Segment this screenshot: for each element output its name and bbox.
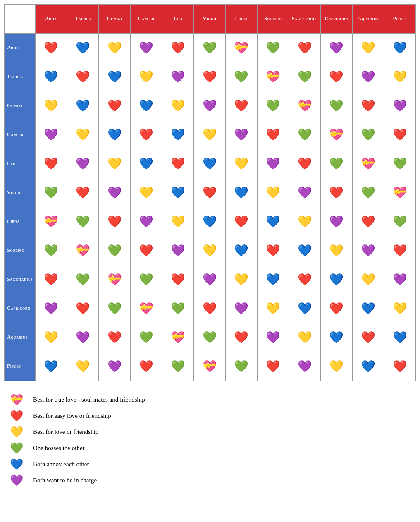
column-header-gemini: Gemini	[99, 5, 131, 34]
cell-0-10: 💛	[352, 34, 384, 62]
cell-9-0: 💜	[36, 294, 67, 323]
cell-11-9: 💛	[320, 352, 352, 381]
cell-8-5: 💜	[194, 265, 226, 294]
cell-9-1: ❤️	[67, 294, 99, 323]
cell-8-2: 💝	[99, 265, 131, 294]
legend-text-1: Best for easy love or friendship	[33, 412, 111, 419]
cell-1-3: 💛	[130, 62, 162, 91]
cell-1-9: ❤️	[320, 62, 352, 91]
cell-8-11: 💜	[384, 265, 416, 294]
cell-5-8: 💜	[289, 178, 321, 207]
cell-0-4: ❤️	[162, 34, 194, 62]
legend-icon-0: 💝	[8, 393, 25, 406]
cell-0-0: ❤️	[36, 34, 67, 62]
cell-11-1: 💛	[67, 352, 99, 381]
cell-0-8: ❤️	[289, 34, 321, 62]
cell-11-4: 💚	[162, 352, 194, 381]
row-header-sagittarius: Sagitta­rius	[5, 265, 36, 294]
cell-11-6: 💚	[225, 352, 257, 381]
legend-item-1: ❤️Best for easy love or friendship	[8, 409, 416, 422]
cell-7-10: 💜	[352, 236, 384, 265]
cell-10-8: 💛	[289, 323, 321, 352]
cell-5-0: 💚	[36, 178, 67, 207]
cell-9-8: 💙	[289, 294, 321, 323]
cell-1-1: ❤️	[67, 62, 99, 91]
legend-item-2: 💛Best for love or friendship	[8, 426, 416, 438]
cell-5-2: 💜	[99, 178, 131, 207]
legend-text-0: Best for true love - soul mates and frie…	[33, 396, 147, 403]
cell-2-10: ❤️	[352, 91, 384, 120]
cell-1-4: 💜	[162, 62, 194, 91]
cell-4-3: 💙	[130, 149, 162, 178]
cell-6-6: ❤️	[225, 207, 257, 236]
cell-2-2: ❤️	[99, 91, 131, 120]
cell-11-8: 💜	[289, 352, 321, 381]
cell-9-9: ❤️	[320, 294, 352, 323]
column-header-scorpio: Scorpio	[257, 5, 289, 34]
column-header-libra: Libra	[225, 5, 257, 34]
cell-8-0: ❤️	[36, 265, 67, 294]
cell-10-2: ❤️	[99, 323, 131, 352]
column-header-aquarius: Aquari­us	[352, 5, 384, 34]
cell-3-9: 💝	[320, 120, 352, 149]
row-header-aquarius: Aquari­us	[5, 323, 36, 352]
compatibility-table: AriesTaurusGeminiCancerLeoVirgoLibraScor…	[4, 4, 416, 381]
cell-2-4: 💛	[162, 91, 194, 120]
cell-3-1: 💛	[67, 120, 99, 149]
cell-5-4: 💙	[162, 178, 194, 207]
cell-2-9: 💚	[320, 91, 352, 120]
legend-icon-5: 💜	[8, 474, 25, 487]
cell-4-2: 💛	[99, 149, 131, 178]
cell-2-0: 💛	[36, 91, 67, 120]
cell-2-6: ❤️	[225, 91, 257, 120]
column-header-capricorn: Capric­orn	[320, 5, 352, 34]
cell-10-10: ❤️	[352, 323, 384, 352]
cell-4-4: ❤️	[162, 149, 194, 178]
cell-4-10: 💝	[352, 149, 384, 178]
cell-9-6: 💜	[225, 294, 257, 323]
cell-6-1: 💚	[67, 207, 99, 236]
cell-4-1: 💜	[67, 149, 99, 178]
cell-10-6: ❤️	[225, 323, 257, 352]
cell-6-10: ❤️	[352, 207, 384, 236]
cell-10-0: 💛	[36, 323, 67, 352]
cell-5-9: ❤️	[320, 178, 352, 207]
cell-3-6: 💜	[225, 120, 257, 149]
cell-10-1: 💜	[67, 323, 99, 352]
cell-6-3: 💜	[130, 207, 162, 236]
cell-0-6: 💝	[225, 34, 257, 62]
cell-9-4: 💚	[162, 294, 194, 323]
cell-3-10: 💚	[352, 120, 384, 149]
cell-10-4: 💝	[162, 323, 194, 352]
cell-9-11: 💛	[384, 294, 416, 323]
cell-8-6: 💛	[225, 265, 257, 294]
cell-7-0: 💚	[36, 236, 67, 265]
cell-8-8: ❤️	[289, 265, 321, 294]
cell-11-0: 💙	[36, 352, 67, 381]
cell-6-0: 💝	[36, 207, 67, 236]
cell-1-8: 💚	[289, 62, 321, 91]
cell-1-10: 💜	[352, 62, 384, 91]
cell-0-2: 💛	[99, 34, 131, 62]
cell-8-1: 💚	[67, 265, 99, 294]
cell-3-3: ❤️	[130, 120, 162, 149]
cell-10-7: 💜	[257, 323, 289, 352]
cell-6-4: 💛	[162, 207, 194, 236]
cell-7-6: 💙	[225, 236, 257, 265]
cell-5-1: ❤️	[67, 178, 99, 207]
cell-2-8: 💝	[289, 91, 321, 120]
cell-3-5: 💛	[194, 120, 226, 149]
cell-5-3: 💛	[130, 178, 162, 207]
cell-7-8: 💙	[289, 236, 321, 265]
cell-3-7: ❤️	[257, 120, 289, 149]
legend-text-2: Best for love or friendship	[33, 429, 98, 436]
cell-3-2: 💙	[99, 120, 131, 149]
cell-11-10: 💙	[352, 352, 384, 381]
row-header-leo: Leo	[5, 149, 36, 178]
column-header-taurus: Taurus	[67, 5, 99, 34]
row-header-aries: Aries	[5, 34, 36, 62]
cell-11-7: ❤️	[257, 352, 289, 381]
legend-icon-2: 💛	[8, 426, 25, 438]
cell-8-7: 💙	[257, 265, 289, 294]
cell-0-5: 💚	[194, 34, 226, 62]
